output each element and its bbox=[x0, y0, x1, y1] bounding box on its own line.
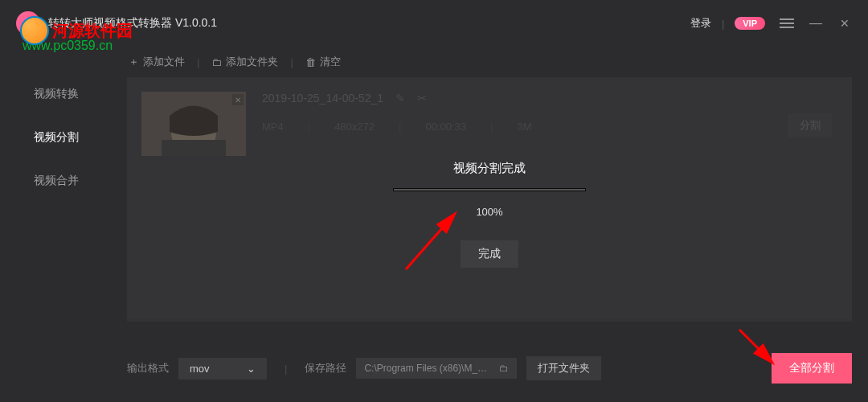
format-value: mov bbox=[190, 363, 210, 375]
split-all-button[interactable]: 全部分割 bbox=[772, 353, 852, 384]
watermark: 河源软件园 bbox=[20, 16, 133, 45]
add-folder-button[interactable]: 🗀 添加文件夹 bbox=[211, 55, 278, 69]
sidebar-item-split[interactable]: 视频分割 bbox=[34, 130, 79, 145]
watermark-icon bbox=[20, 16, 49, 45]
sidebar: 视频转换 视频分割 视频合并 bbox=[0, 47, 113, 344]
progress-percent: 100% bbox=[476, 206, 502, 218]
progress-fill bbox=[394, 189, 585, 191]
add-file-label: 添加文件 bbox=[143, 55, 185, 69]
folder-icon[interactable]: 🗀 bbox=[499, 363, 509, 374]
vip-badge[interactable]: VIP bbox=[735, 17, 765, 30]
separator: | bbox=[197, 56, 199, 68]
watermark-text: 河源软件园 bbox=[52, 20, 133, 42]
format-label: 输出格式 bbox=[127, 361, 169, 375]
format-select[interactable]: mov ⌄ bbox=[178, 358, 267, 379]
minimize-icon[interactable] bbox=[809, 16, 823, 31]
done-button[interactable]: 完成 bbox=[461, 240, 518, 268]
clear-label: 清空 bbox=[320, 55, 341, 69]
separator: | bbox=[285, 363, 287, 375]
chevron-down-icon: ⌄ bbox=[247, 363, 256, 375]
trash-icon: 🗑 bbox=[305, 56, 316, 68]
progress-overlay: 视频分割完成 100% 完成 bbox=[127, 80, 852, 322]
add-folder-label: 添加文件夹 bbox=[226, 55, 278, 69]
separator: | bbox=[290, 56, 293, 68]
progress-bar bbox=[393, 188, 586, 191]
menu-icon[interactable] bbox=[780, 16, 794, 31]
add-file-button[interactable]: ＋ 添加文件 bbox=[129, 55, 185, 69]
close-icon[interactable] bbox=[837, 16, 852, 31]
clear-button[interactable]: 🗑 清空 bbox=[305, 55, 341, 69]
folder-icon: 🗀 bbox=[211, 56, 222, 68]
open-folder-button[interactable]: 打开文件夹 bbox=[526, 356, 601, 380]
sidebar-item-merge[interactable]: 视频合并 bbox=[34, 174, 79, 188]
overlay-title: 视频分割完成 bbox=[453, 161, 526, 176]
main-area: 视频转换 视频分割 视频合并 ＋ 添加文件 | 🗀 添加文件夹 | 🗑 清空 bbox=[0, 47, 868, 344]
divider: | bbox=[722, 18, 724, 30]
sidebar-item-convert[interactable]: 视频转换 bbox=[34, 87, 79, 101]
plus-icon: ＋ bbox=[129, 55, 139, 69]
bottom-bar: 输出格式 mov ⌄ | 保存路径 C:\Program Files (x86)… bbox=[0, 344, 868, 392]
login-link[interactable]: 登录 bbox=[690, 16, 711, 31]
path-value: C:\Program Files (x86)\M_VDC bbox=[364, 363, 493, 374]
path-label: 保存路径 bbox=[305, 361, 346, 375]
path-input[interactable]: C:\Program Files (x86)\M_VDC 🗀 bbox=[356, 358, 517, 379]
toolbar: ＋ 添加文件 | 🗀 添加文件夹 | 🗑 清空 bbox=[113, 47, 852, 77]
